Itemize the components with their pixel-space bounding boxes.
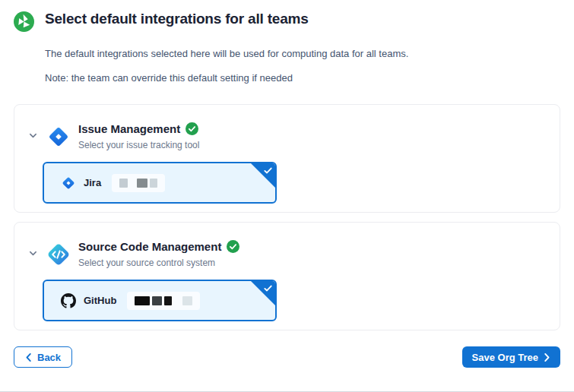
option-label: GitHub	[84, 295, 116, 306]
page-note: Note: the team can override this default…	[45, 72, 560, 84]
section-subtitle: Select your source control system	[78, 258, 239, 268]
option-card-github[interactable]: GitHub	[43, 280, 277, 321]
wizard-footer: Back Save Org Tree	[0, 346, 574, 368]
check-circle-icon	[227, 240, 239, 253]
chevron-down-icon[interactable]	[27, 247, 39, 259]
chevron-right-icon	[544, 353, 550, 362]
section-text: Source Code Management Select your sourc…	[78, 239, 239, 268]
code-diamond-icon	[45, 241, 72, 268]
section-header[interactable]: Issue Management Select your issue track…	[27, 122, 547, 150]
sections-list: Issue Management Select your issue track…	[14, 104, 560, 330]
chevron-left-icon	[25, 353, 32, 362]
github-icon	[61, 293, 76, 308]
page-title: Select default integrations for all team…	[45, 11, 309, 27]
check-icon	[263, 166, 273, 175]
page-header: Select default integrations for all team…	[14, 11, 560, 32]
section-source-code-management: Source Code Management Select your sourc…	[14, 222, 560, 330]
check-icon	[263, 283, 273, 293]
section-issue-management: Issue Management Select your issue track…	[14, 104, 560, 213]
section-header[interactable]: Source Code Management Select your sourc…	[27, 239, 547, 268]
chevron-down-icon[interactable]	[27, 129, 39, 141]
section-title: Issue Management	[78, 122, 180, 135]
option-card-jira[interactable]: Jira	[43, 162, 277, 204]
option-label: Jira	[84, 177, 101, 188]
page-description: The default integrations selected here w…	[45, 48, 560, 59]
redacted-text	[112, 174, 165, 192]
section-text: Issue Management Select your issue track…	[78, 122, 199, 150]
save-button-label: Save Org Tree	[472, 352, 538, 363]
pinwheel-logo-icon	[14, 11, 34, 32]
jira-icon	[45, 123, 72, 150]
check-circle-icon	[186, 122, 198, 135]
integrations-setup-page: Select default integrations for all team…	[0, 0, 574, 330]
section-subtitle: Select your issue tracking tool	[78, 140, 199, 150]
jira-icon	[61, 175, 76, 191]
save-org-tree-button[interactable]: Save Org Tree	[462, 346, 560, 368]
redacted-text	[127, 292, 200, 310]
section-title: Source Code Management	[78, 240, 221, 253]
back-button[interactable]: Back	[14, 346, 72, 368]
back-button-label: Back	[37, 352, 61, 363]
